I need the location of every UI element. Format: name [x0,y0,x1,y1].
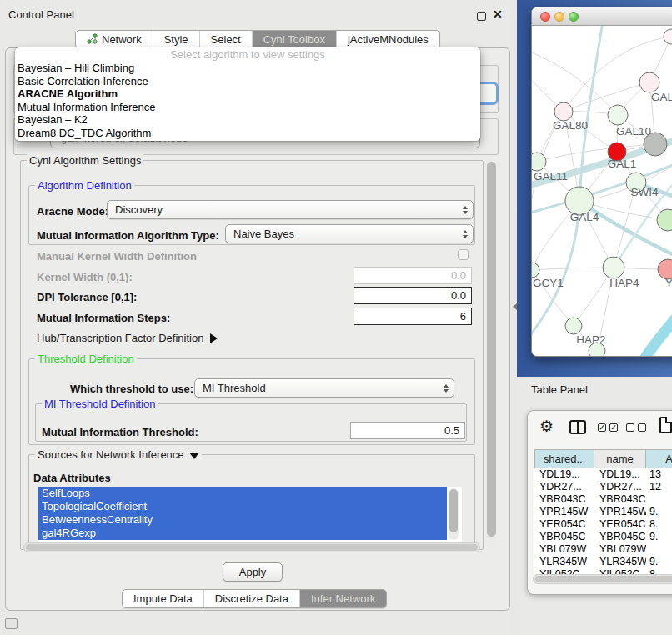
mi-steps-field[interactable]: 6 [354,308,472,325]
data-attribute-item[interactable]: TopologicalCoefficient [38,500,447,513]
table-cell: YBL079W [594,543,646,556]
table-row[interactable]: YBL079WYBL079W [534,543,672,556]
table-row[interactable]: YBR045CYBR045C9. [534,531,672,543]
which-threshold-combo[interactable]: MI Threshold [194,378,454,398]
network-node-hap2[interactable] [565,318,582,334]
data-attribute-item[interactable]: SelfLoops [38,487,447,500]
column-header[interactable]: name [594,449,646,468]
apply-button[interactable]: Apply [223,562,283,582]
table-row[interactable]: YDR27...YDR27...12 [534,481,672,493]
algorithm-option[interactable]: Basic Correlation Inference [15,75,480,88]
tab-label: Impute Data [133,592,193,605]
network-node-gcy1[interactable] [532,262,539,278]
settings-horizontal-scrollbar[interactable] [23,542,480,552]
table-cell: YER054C [594,518,646,531]
manual-kernel-width-checkbox[interactable] [458,249,469,260]
table-cell: YLR345W [534,556,594,568]
data-attributes-list: SelfLoopsTopologicalCoefficientBetweenne… [38,487,462,542]
algorithm-option[interactable]: Dream8 DC_TDC Algorithm [15,127,480,140]
algorithm-option[interactable]: Bayesian – K2 [15,113,480,127]
tab-label: Discretize Data [215,592,288,605]
kernel-width-field[interactable]: 0.0 [354,267,472,284]
hub-definition-label: Hub/Transcription Factor Definition [37,332,203,344]
window-minimize-icon[interactable] [554,12,564,22]
network-node[interactable] [644,132,667,156]
close-icon[interactable]: ✕ [493,8,503,21]
tab-label: Cyni Toolbox [263,33,325,46]
tab-jactivemnodules[interactable]: jActiveMNodules [336,31,439,48]
network-edge [532,268,614,270]
tab-cyni-toolbox[interactable]: Cyni Toolbox [252,31,336,48]
aracne-mode-combo[interactable]: Discovery [107,200,474,219]
table-row[interactable]: YDL19...YDL19...13 [534,468,672,481]
algorithm-option[interactable]: Mutual Information Inference [15,101,480,114]
network-node-hap4[interactable] [603,257,624,278]
float-window-icon[interactable] [477,12,486,21]
document-icon[interactable] [659,417,672,433]
control-panel-tabs: NetworkStyleSelectCyni ToolboxjActiveMNo… [75,30,440,49]
network-icon [87,33,98,47]
hub-definition-expander[interactable]: Hub/Transcription Factor Definition [37,332,218,344]
node-label: GAL1 [608,158,637,170]
table-cell: YDR27... [594,481,646,493]
algorithm-option[interactable]: ARACNE Algorithm [15,88,480,101]
network-node-gal11[interactable] [532,152,546,171]
mi-threshold-field[interactable]: 0.5 [350,422,465,439]
data-attribute-item[interactable]: BetweennessCentrality [38,513,447,527]
table-row[interactable]: YPR145WYPR145W9. [534,506,672,518]
tab-infer-network[interactable]: Infer Network [299,590,386,608]
network-node[interactable] [657,209,672,231]
tab-impute-data[interactable]: Impute Data [123,590,203,608]
data-attribute-item[interactable]: gal4RGexp [38,527,447,540]
network-node-gal7[interactable] [639,72,659,92]
aracne-mode-value: Discovery [115,203,163,216]
dpi-tolerance-label: DPI Tolerance [0,1]: [37,291,137,303]
tab-label: Network [102,33,142,46]
network-edge [645,292,672,356]
node-label: GAL4 [570,211,599,223]
gear-icon[interactable]: ⚙ [539,418,554,436]
window-zoom-icon[interactable] [569,12,579,22]
table-cell: YER054C [534,518,594,531]
attributes-scrollbar[interactable] [449,488,459,540]
panel-grip-icon[interactable] [5,618,18,629]
tab-network[interactable]: Network [76,31,153,48]
table-cell: 9. [646,531,672,543]
algorithm-option[interactable]: Bayesian – Hill Climbing [15,62,480,75]
table-cell: YDR27... [534,481,594,493]
network-canvas[interactable]: GAL7GAL80GAL10GAL1GAL11SWI4GAL4GCY1HAP4Y… [532,26,672,356]
node-label: GAL7 [651,91,672,103]
table-cell: 13 [646,468,672,481]
tab-style[interactable]: Style [153,31,199,48]
threshold-definition-title: Threshold Definition [35,352,137,365]
tab-discretize-data[interactable]: Discretize Data [203,590,299,608]
mi-algorithm-type-combo[interactable]: Naive Bayes [225,224,474,243]
network-window-titlebar[interactable] [532,8,672,26]
mi-steps-value: 6 [460,310,466,322]
tab-label: Style [164,33,188,46]
select-all-columns-icon[interactable]: ✓ ✓ [598,423,618,432]
table-row[interactable]: YBR043CYBR043C [534,493,672,506]
network-node[interactable] [589,342,605,356]
column-header[interactable]: A [646,449,672,468]
cyni-settings-title: Cyni Algorithm Settings [27,154,143,167]
deselect-all-columns-icon[interactable] [626,423,646,432]
dpi-tolerance-field[interactable]: 0.0 [354,287,472,304]
network-view-window: GAL7GAL80GAL10GAL1GAL11SWI4GAL4GCY1HAP4Y… [531,7,672,357]
window-close-icon[interactable] [540,12,550,22]
network-node-gal10[interactable] [608,105,628,125]
tab-select[interactable]: Select [199,31,252,48]
table-row[interactable]: YER054CYER054C8. [534,518,672,531]
table-cell: 8. [646,518,672,531]
network-node-gal80[interactable] [554,102,573,121]
kernel-width-label: Kernel Width (0,1): [37,271,133,283]
column-header[interactable]: shared... [534,449,594,468]
table-horizontal-scrollbar[interactable] [533,574,672,584]
node-table: shared...nameA YDL19...YDL19...13YDR27..… [534,449,672,581]
table-row[interactable]: YLR345WYLR345W9. [534,556,672,568]
network-node[interactable] [664,29,672,44]
unchecked-box-icon [626,423,634,432]
mi-threshold-label: Mutual Information Threshold: [42,426,198,438]
settings-vertical-scrollbar[interactable] [486,158,497,550]
columns-icon[interactable] [569,420,586,434]
